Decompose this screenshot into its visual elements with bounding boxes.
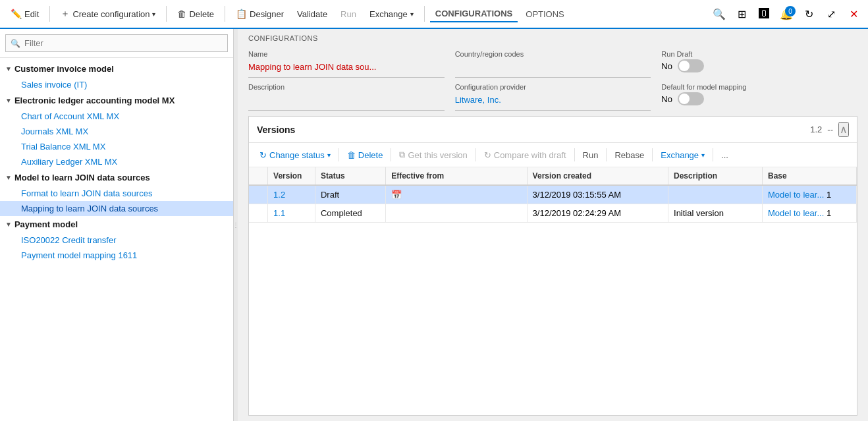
exchange-button[interactable]: Exchange ▾	[364, 7, 419, 22]
rebase-button[interactable]: Rebase	[609, 148, 649, 163]
default-mapping-label: Default for model mapping	[661, 83, 857, 91]
refresh-icon: ↻	[805, 8, 813, 20]
close-button[interactable]: ✕	[844, 5, 863, 23]
run-draft-toggle[interactable]	[678, 59, 704, 72]
chevron-down-icon: ▼	[5, 174, 12, 181]
open-external-button[interactable]: ⤢	[822, 5, 840, 23]
provider-label: Configuration provider	[455, 83, 651, 91]
main-toolbar: ✏️ Edit ＋ Create configuration ▾ 🗑 Delet…	[0, 0, 868, 29]
versions-table: Version Status Effective from Version cr…	[249, 167, 857, 223]
cell-status-2: Completed	[315, 204, 385, 223]
tree-group-label: Customer invoice model	[14, 64, 114, 74]
tab-configurations[interactable]: CONFIGURATIONS	[430, 6, 518, 22]
cell-effective-1: 📅	[386, 185, 527, 204]
change-status-icon: ↻	[259, 150, 267, 160]
field-run-draft: Run Draft No	[661, 50, 857, 78]
tree-group-customer-invoice: ▼ Customer invoice model Sales invoice (…	[0, 61, 233, 92]
name-label: Name	[248, 50, 445, 58]
ver-separator-1	[339, 148, 339, 161]
main-layout: 🔍 ▼ Customer invoice model Sales invoice…	[0, 29, 868, 421]
chevron-down-icon: ▼	[5, 221, 12, 228]
versions-delete-button[interactable]: 🗑 Delete	[342, 148, 389, 163]
notification-button[interactable]: 🔔 0	[777, 5, 796, 23]
provider-value[interactable]: Litware, Inc.	[455, 92, 651, 111]
separator-1	[49, 6, 50, 22]
col-header-description: Description	[668, 167, 763, 185]
cell-version-2: 1.1	[268, 204, 315, 223]
sidebar-item-trial-balance[interactable]: Trial Balance XML MX	[0, 139, 233, 154]
calendar-icon: 📅	[391, 190, 402, 200]
run-button[interactable]: Run	[335, 7, 362, 22]
get-version-icon: ⧉	[399, 150, 405, 160]
cell-r-2	[249, 204, 268, 223]
grid-icon-button[interactable]: ⊞	[732, 5, 751, 23]
field-description: Description	[248, 83, 445, 111]
validate-button[interactable]: Validate	[292, 7, 333, 22]
col-header-r	[249, 167, 268, 185]
sidebar-item-sales-invoice[interactable]: Sales invoice (IT)	[0, 77, 233, 92]
sidebar-item-chart-account[interactable]: Chart of Account XML MX	[0, 109, 233, 124]
sidebar-item-auxiliary-ledger[interactable]: Auxiliary Ledger XML MX	[0, 154, 233, 169]
compare-icon: ↻	[484, 150, 491, 160]
toggle-knob	[679, 61, 690, 71]
versions-title: Versions	[257, 125, 295, 135]
office-icon: 🅾	[759, 8, 769, 20]
tree-group-label: Model to learn JOIN data sources	[14, 173, 150, 182]
edit-button[interactable]: ✏️ Edit	[5, 6, 44, 22]
tree-group-label: Electronic ledger accounting model MX	[14, 96, 175, 105]
trash-icon: 🗑	[347, 150, 356, 160]
get-version-button[interactable]: ⧉ Get this version	[394, 147, 472, 163]
filter-input[interactable]	[5, 34, 228, 52]
tab-options[interactable]: OPTIONS	[520, 7, 570, 22]
sidebar-item-journals[interactable]: Journals XML MX	[0, 124, 233, 139]
more-options-button[interactable]: ...	[716, 148, 734, 163]
sidebar-item-format-join[interactable]: Format to learn JOIN data sources	[0, 186, 233, 201]
cell-r-1	[249, 185, 268, 204]
tree-parent-model-join[interactable]: ▼ Model to learn JOIN data sources	[0, 169, 233, 186]
tree-parent-electronic-ledger[interactable]: ▼ Electronic ledger accounting model MX	[0, 92, 233, 109]
config-section-label: CONFIGURATIONS	[248, 34, 857, 42]
version-separator: --	[827, 125, 833, 134]
compare-draft-button[interactable]: ↻ Compare with draft	[479, 148, 572, 163]
tree-parent-customer-invoice[interactable]: ▼ Customer invoice model	[0, 61, 233, 77]
sidebar-item-iso20022[interactable]: ISO20022 Credit transfer	[0, 233, 233, 248]
search-button[interactable]: 🔍	[710, 5, 728, 23]
designer-button[interactable]: 📋 Designer	[231, 6, 289, 22]
sidebar-item-mapping-join[interactable]: Mapping to learn JOIN data sources	[0, 201, 233, 216]
open-icon: ⤢	[827, 8, 836, 20]
versions-run-button[interactable]: Run	[578, 148, 604, 163]
version-number: 1.2	[810, 125, 822, 134]
description-label: Description	[248, 83, 445, 91]
versions-table-wrapper: Version Status Effective from Version cr…	[249, 167, 857, 415]
field-name: Name Mapping to learn JOIN data sou...	[248, 50, 445, 78]
cell-desc-2: Initial version	[668, 204, 763, 223]
cell-created-1: 3/12/2019 03:15:55 AM	[527, 185, 668, 204]
versions-exchange-button[interactable]: Exchange ▾	[655, 148, 710, 163]
office-icon-button[interactable]: 🅾	[755, 5, 773, 23]
dropdown-arrow-ver-exchange: ▾	[701, 152, 705, 159]
versions-collapse-button[interactable]: ∧	[838, 122, 849, 137]
table-row[interactable]: 1.1 Completed 3/12/2019 02:24:29 AM Init…	[249, 204, 857, 223]
designer-icon: 📋	[236, 9, 247, 19]
default-mapping-toggle-row: No	[661, 92, 857, 105]
filter-icon: 🔍	[11, 39, 20, 48]
edit-icon: ✏️	[11, 9, 22, 19]
ver-separator-3	[475, 148, 476, 161]
tree-group-label: Payment model	[14, 219, 78, 229]
ver-separator-4	[574, 148, 575, 161]
sidebar-item-payment-mapping[interactable]: Payment model mapping 1611	[0, 248, 233, 263]
tree-parent-payment-model[interactable]: ▼ Payment model	[0, 216, 233, 233]
delete-icon: 🗑	[177, 9, 186, 19]
default-mapping-toggle[interactable]	[678, 92, 704, 105]
create-config-button[interactable]: ＋ Create configuration ▾	[55, 5, 161, 22]
versions-toolbar: ↻ Change status ▾ 🗑 Delete ⧉ Get this ve…	[249, 143, 857, 167]
default-mapping-value: No	[661, 94, 672, 104]
table-row[interactable]: 1.2 Draft 📅 3/12/2019 03:15:55 AM Model …	[249, 185, 857, 204]
description-value	[248, 92, 445, 111]
delete-button[interactable]: 🗑 Delete	[172, 6, 219, 22]
run-draft-label: Run Draft	[661, 50, 857, 58]
change-status-button[interactable]: ↻ Change status ▾	[254, 148, 336, 163]
dropdown-arrow-exchange: ▾	[410, 11, 414, 18]
col-header-version: Version	[268, 167, 315, 185]
refresh-button[interactable]: ↻	[800, 5, 818, 23]
